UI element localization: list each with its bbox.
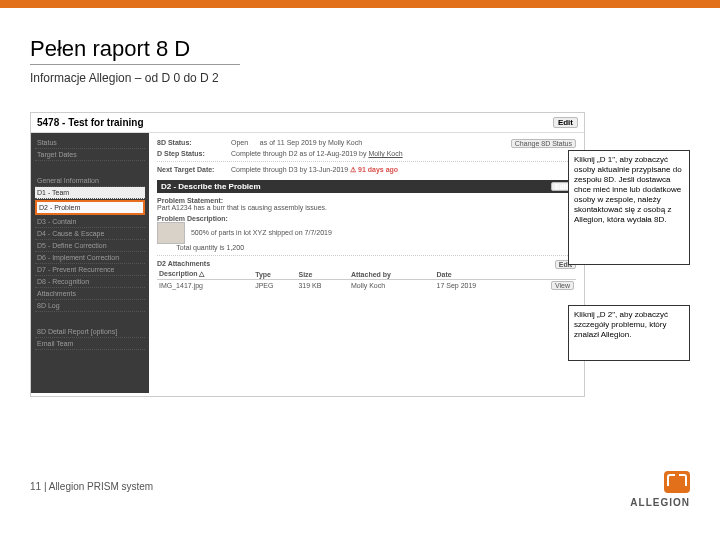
- view-button[interactable]: View: [551, 281, 574, 290]
- accent-bar: [0, 0, 720, 8]
- col-type[interactable]: Type: [253, 269, 296, 280]
- status-value: Open as of 11 Sep 2019 by Molly Koch: [231, 139, 505, 148]
- slide-subtitle: Informacje Allegion – od D 0 do D 2: [30, 71, 690, 85]
- step-status-label: D Step Status:: [157, 150, 227, 157]
- edit-button[interactable]: Edit: [553, 117, 578, 128]
- title-underline: [30, 64, 240, 65]
- logo-text: ALLEGION: [630, 497, 690, 508]
- nav-d2[interactable]: D2 - Problem: [35, 200, 145, 215]
- next-target-label: Next Target Date:: [157, 166, 227, 174]
- problem-statement-value: Part A1234 has a burr that is causing as…: [157, 204, 576, 211]
- nav-d5[interactable]: D5 - Define Correction: [35, 240, 145, 252]
- record-title: 5478 - Test for training: [37, 117, 144, 128]
- app-screenshot: 5478 - Test for training Edit Status Tar…: [30, 112, 585, 397]
- change-status-button[interactable]: Change 8D Status: [511, 139, 576, 148]
- problem-statement-label: Problem Statement:: [157, 197, 576, 204]
- cell-size: 319 KB: [296, 280, 348, 292]
- overdue-warning: ⚠ 91 days ago: [350, 166, 398, 173]
- problem-description-label: Problem Description:: [157, 215, 576, 222]
- nav-general[interactable]: General Information: [35, 175, 145, 187]
- slide-footer: 11 | Allegion PRISM system: [30, 481, 153, 492]
- nav-status[interactable]: Status: [35, 137, 145, 149]
- col-attached-by[interactable]: Attached by: [349, 269, 435, 280]
- nav-d8[interactable]: D8 - Recognition: [35, 276, 145, 288]
- slide-title: Pełen raport 8 D: [30, 36, 690, 62]
- nav-email-team[interactable]: Email Team: [35, 338, 145, 350]
- nav-spacer: [35, 312, 145, 326]
- attachments-table: Description △ Type Size Attached by Date…: [157, 269, 576, 291]
- nav-detail-report[interactable]: 8D Detail Report [options]: [35, 326, 145, 338]
- logo-icon: [664, 471, 690, 493]
- nav-log[interactable]: 8D Log: [35, 300, 145, 312]
- nav-target-dates[interactable]: Target Dates: [35, 149, 145, 161]
- nav-d3[interactable]: D3 - Contain: [35, 216, 145, 228]
- callout-d2: Kliknij „D 2", aby zobaczyć szczegóły pr…: [568, 305, 690, 361]
- step-status-value: Complete through D2 as of 12-Aug-2019 by…: [231, 150, 576, 157]
- record-header: 5478 - Test for training Edit: [31, 113, 584, 133]
- table-header-row: Description △ Type Size Attached by Date: [157, 269, 576, 280]
- next-target-value: Complete through D3 by 13-Jun-2019 ⚠ 91 …: [231, 166, 576, 174]
- nav-d4[interactable]: D4 - Cause & Escape: [35, 228, 145, 240]
- col-date[interactable]: Date: [435, 269, 520, 280]
- cell-description: IMG_1417.jpg: [157, 280, 253, 292]
- allegion-logo: ALLEGION: [630, 471, 690, 508]
- sidebar-nav: Status Target Dates General Information …: [31, 133, 149, 393]
- nav-attachments[interactable]: Attachments: [35, 288, 145, 300]
- table-row: IMG_1417.jpg JPEG 319 KB Molly Koch 17 S…: [157, 280, 576, 292]
- callout-d1: Kliknij „D 1", aby zobaczyć osoby aktual…: [568, 150, 690, 265]
- col-description[interactable]: Description △: [157, 269, 253, 280]
- content-panel: 8D Status: Open as of 11 Sep 2019 by Mol…: [149, 133, 584, 393]
- nav-d6[interactable]: D6 - Implement Correction: [35, 252, 145, 264]
- slide: Pełen raport 8 D Informacje Allegion – o…: [0, 0, 720, 540]
- attachments-header: D2 Attachments Edit: [157, 260, 576, 267]
- cell-type: JPEG: [253, 280, 296, 292]
- problem-description-value: 500% of parts in lot XYZ shipped on 7/7/…: [157, 222, 576, 251]
- d2-section-header: D2 - Describe the Problem Edit: [157, 180, 576, 193]
- nav-d1[interactable]: D1 - Team: [35, 187, 145, 199]
- thumbnail-image: [157, 222, 185, 244]
- nav-d7[interactable]: D7 - Prevent Recurrence: [35, 264, 145, 276]
- cell-date: 17 Sep 2019: [435, 280, 520, 292]
- status-label: 8D Status:: [157, 139, 227, 148]
- col-size[interactable]: Size: [296, 269, 348, 280]
- cell-by: Molly Koch: [349, 280, 435, 292]
- nav-spacer: [35, 161, 145, 175]
